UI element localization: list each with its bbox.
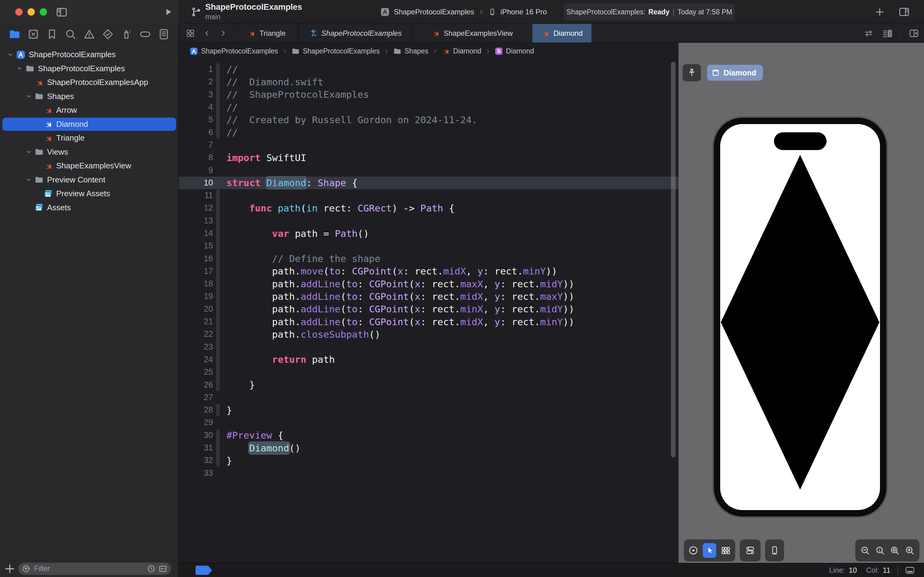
device-display-icon[interactable]	[904, 565, 916, 576]
run-button[interactable]	[163, 7, 174, 17]
filter-funnel-icon[interactable]	[22, 564, 31, 573]
editor-options-icon[interactable]	[882, 28, 893, 39]
code-line-5[interactable]: 5// Created by Russell Gordon on 2024-11…	[179, 113, 678, 126]
file-tree-item-diamond[interactable]: Diamond	[0, 118, 179, 131]
code-line-21[interactable]: 21 path.addLine(to: CGPoint(x: rect.midX…	[179, 315, 678, 328]
code-text[interactable]: path.addLine(to: CGPoint(x: rect.midX, y…	[226, 316, 678, 327]
source-editor[interactable]: 1//2// Diamond.swift3// ShapeProtocolExa…	[179, 60, 678, 563]
breadcrumb-item[interactable]: Shapes	[393, 47, 428, 55]
file-tree-item-assets[interactable]: Assets	[0, 201, 179, 215]
code-text[interactable]: func path(in rect: CGRect) -> Path {	[226, 203, 678, 214]
code-line-33[interactable]: 33	[179, 467, 678, 480]
code-line-6[interactable]: 6//	[179, 126, 678, 139]
toggle-inspector-icon[interactable]	[898, 6, 911, 18]
code-line-7[interactable]: 7	[179, 139, 678, 151]
device-settings-button[interactable]	[745, 545, 755, 556]
code-text[interactable]: path.addLine(to: CGPoint(x: rect.midX, y…	[226, 291, 678, 302]
project-navigator-icon[interactable]	[8, 28, 21, 40]
code-line-25[interactable]: 25	[179, 366, 678, 378]
code-line-30[interactable]: 30#Preview {	[179, 429, 678, 442]
file-tree-item-views[interactable]: Views	[0, 145, 179, 159]
code-line-27[interactable]: 27	[179, 391, 678, 404]
code-line-9[interactable]: 9	[179, 164, 678, 176]
breadcrumb-item[interactable]: ShapeProtocolExamples	[190, 47, 278, 55]
debug-navigator-icon[interactable]	[121, 28, 133, 40]
code-line-13[interactable]: 13	[179, 214, 678, 227]
run-destination[interactable]: iPhone 16 Pro	[501, 8, 547, 16]
code-line-10[interactable]: 10struct Diamond: Shape {	[179, 177, 678, 189]
file-tree-item-shapeprotocolexamplesapp[interactable]: ShapeProtocolExamplesApp	[0, 76, 179, 90]
tab-shapeprotocolexamples[interactable]: ShapeProtocolExamples	[299, 24, 412, 42]
file-tree-item-shapeprotocolexamples[interactable]: ShapeProtocolExamples	[0, 62, 179, 76]
add-tab-icon[interactable]	[874, 7, 885, 17]
code-text[interactable]: path.addLine(to: CGPoint(x: rect.maxX, y…	[226, 279, 678, 289]
code-text[interactable]: #Preview {	[226, 430, 678, 441]
selectable-mode-button[interactable]	[703, 543, 716, 558]
tab-diamond[interactable]: Diamond	[532, 24, 592, 42]
code-line-18[interactable]: 18 path.addLine(to: CGPoint(x: rect.maxX…	[179, 277, 678, 290]
code-text[interactable]: // Created by Russell Gordon on 2024-11-…	[226, 114, 678, 125]
live-preview-button[interactable]	[688, 545, 699, 556]
find-navigator-icon[interactable]	[64, 28, 77, 40]
file-tree-item-triangle[interactable]: Triangle	[0, 131, 179, 145]
filter-input[interactable]	[31, 564, 146, 573]
swap-editor-icon[interactable]	[863, 28, 874, 38]
code-line-12[interactable]: 12 func path(in rect: CGRect) -> Path {	[179, 202, 678, 214]
zoom-in-button[interactable]	[905, 545, 915, 556]
zoom-out-button[interactable]	[860, 545, 870, 556]
pin-preview-button[interactable]	[683, 64, 701, 81]
code-text[interactable]: // ShapeProtocolExamples	[226, 89, 678, 100]
variants-button[interactable]	[721, 545, 731, 556]
source-control-navigator-icon[interactable]	[27, 28, 39, 40]
scheme-name[interactable]: ShapeProtocolExamples	[394, 8, 474, 16]
tab-shapeexamplesview[interactable]: ShapeExamplesView	[412, 24, 532, 42]
code-line-3[interactable]: 3// ShapeProtocolExamples	[179, 88, 678, 101]
activity-status[interactable]: ShapeProtocolExamples: Ready | Today at …	[564, 3, 735, 21]
code-line-22[interactable]: 22 path.closeSubpath()	[179, 328, 678, 340]
breadcrumb-item[interactable]: ShapeProtocolExamples	[291, 47, 380, 55]
bookmarks-navigator-icon[interactable]	[46, 28, 58, 40]
related-items-icon[interactable]	[185, 28, 195, 38]
code-text[interactable]: //	[226, 127, 678, 138]
zoom-fit-button[interactable]	[889, 545, 900, 556]
forward-icon[interactable]	[219, 29, 227, 38]
code-text[interactable]: import SwiftUI	[226, 152, 678, 163]
code-line-14[interactable]: 14 var path = Path()	[179, 227, 678, 240]
tab-triangle[interactable]: Triangle	[234, 24, 299, 42]
file-tree-item-shapes[interactable]: Shapes	[0, 90, 179, 103]
close-window-button[interactable]	[15, 8, 23, 16]
code-text[interactable]: var path = Path()	[226, 228, 678, 239]
preview-target-chip[interactable]: Diamond	[707, 65, 763, 81]
clock-icon[interactable]	[146, 564, 156, 573]
code-text[interactable]: Diamond()	[226, 443, 678, 453]
code-text[interactable]: }	[226, 405, 678, 416]
breadcrumb-item[interactable]: SDiamond	[495, 47, 534, 55]
breakpoint-indicator[interactable]	[196, 566, 212, 575]
device-button[interactable]	[769, 545, 780, 556]
file-tree-item-shapeexamplesview[interactable]: ShapeExamplesView	[0, 159, 179, 173]
file-tree-item-arrow[interactable]: Arrow	[0, 103, 179, 118]
file-tree-item-preview-assets[interactable]: Preview Assets	[0, 187, 179, 201]
tests-navigator-icon[interactable]	[102, 28, 114, 40]
toggle-navigator-icon[interactable]	[56, 6, 68, 18]
file-tree-item-shapeprotocolexamples[interactable]: ShapeProtocolExamples	[0, 48, 179, 62]
code-text[interactable]: // Diamond.swift	[226, 76, 678, 87]
code-line-32[interactable]: 32}	[179, 454, 678, 467]
breadcrumb[interactable]: ShapeProtocolExamplesShapeProtocolExampl…	[179, 43, 678, 60]
code-line-1[interactable]: 1//	[179, 63, 678, 76]
code-text[interactable]: path.move(to: CGPoint(x: rect.midX, y: r…	[226, 266, 678, 277]
issues-navigator-icon[interactable]	[83, 28, 95, 40]
code-text[interactable]: //	[226, 102, 678, 113]
editor-scrollbar[interactable]	[671, 62, 676, 458]
zoom-window-button[interactable]	[40, 8, 47, 16]
code-text[interactable]: struct Diamond: Shape {	[226, 177, 678, 188]
code-line-28[interactable]: 28}	[179, 404, 678, 416]
code-text[interactable]: return path	[226, 354, 678, 365]
code-line-15[interactable]: 15	[179, 240, 678, 252]
scope-box-icon[interactable]	[158, 564, 167, 573]
back-icon[interactable]	[203, 29, 211, 38]
zoom-100-button[interactable]: 1	[875, 545, 885, 556]
code-line-8[interactable]: 8import SwiftUI	[179, 151, 678, 164]
scheme-selector[interactable]: ShapeProtocolExamples iPhone 16 Pro	[380, 0, 547, 24]
breadcrumb-item[interactable]: Diamond	[442, 47, 481, 55]
